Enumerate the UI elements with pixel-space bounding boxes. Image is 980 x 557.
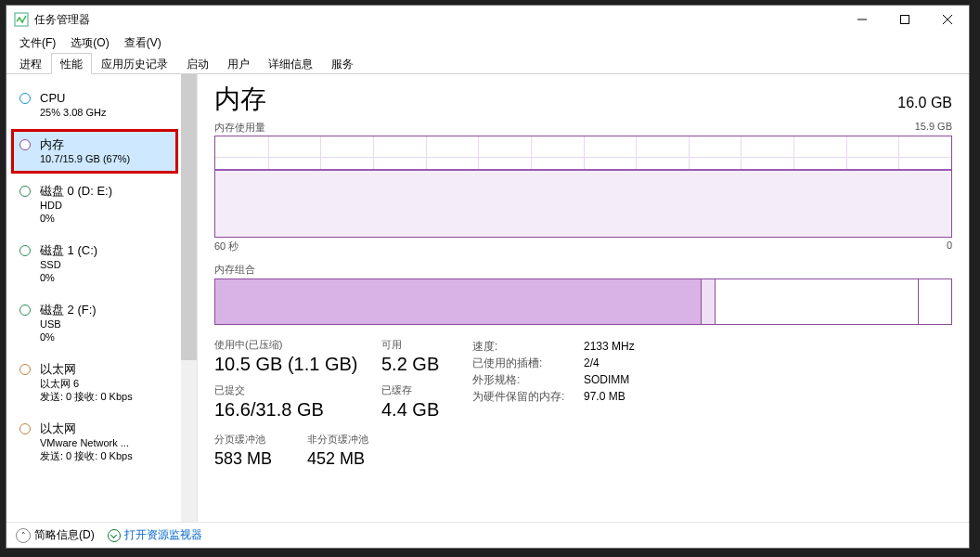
composition-segment-free <box>919 279 951 324</box>
menubar: 文件(F) 选项(O) 查看(V) <box>6 33 969 52</box>
chart-usage-caption: 内存使用量 <box>214 121 265 135</box>
sidebar-item-sub2: 发送: 0 接收: 0 Kbps <box>40 449 133 462</box>
sidebar-item-sub: SSD <box>40 258 97 271</box>
memory-panel: 内存 16.0 GB 内存使用量 15.9 GB 60 秒 0 内存组合 使用中… <box>198 74 969 522</box>
menu-view[interactable]: 查看(V) <box>119 34 167 52</box>
total-memory: 16.0 GB <box>897 95 952 111</box>
resource-monitor-icon <box>108 529 121 542</box>
resource-monitor-label: 打开资源监视器 <box>124 527 202 543</box>
chart-x-right: 0 <box>947 240 952 253</box>
sidebar-item-name: 内存 <box>40 137 130 152</box>
memory-usage-chart <box>214 136 952 238</box>
tab-details[interactable]: 详细信息 <box>259 53 322 74</box>
sidebar-item-sub2: 发送: 0 接收: 0 Kbps <box>40 390 133 403</box>
sidebar-item-sub: VMware Network ... <box>40 436 133 449</box>
committed-value: 16.6/31.8 GB <box>214 397 381 421</box>
sidebar-item-sub: USB <box>40 317 97 330</box>
sidebar-item-name: 以太网 <box>40 362 133 377</box>
resource-indicator-icon <box>19 364 31 375</box>
sidebar-item-sub2: 0% <box>40 271 97 284</box>
task-manager-window: 任务管理器 文件(F) 选项(O) 查看(V) 进程 性能 应用历史记录 启动 … <box>6 5 970 549</box>
sidebar-item-sub2: 0% <box>40 212 112 225</box>
tab-app-history[interactable]: 应用历史记录 <box>92 53 177 74</box>
menu-options[interactable]: 选项(O) <box>65 34 114 52</box>
sidebar-item-name: 磁盘 2 (F:) <box>40 303 97 317</box>
chart-x-left: 60 秒 <box>214 240 239 253</box>
composition-segment-in_use <box>215 279 702 324</box>
sidebar-item-name: CPU <box>40 91 107 106</box>
sidebar-scrollbar[interactable] <box>181 74 197 522</box>
resource-indicator-icon <box>19 139 31 150</box>
composition-caption: 内存组合 <box>214 263 952 277</box>
sidebar-item-name: 磁盘 0 (D: E:) <box>40 184 112 199</box>
sidebar-item-sub: 以太网 6 <box>40 377 133 390</box>
sidebar-item-5[interactable]: 以太网以太网 6发送: 0 接收: 0 Kbps <box>12 355 177 410</box>
info-form-v: SODIMM <box>584 371 629 388</box>
info-speed-k: 速度: <box>472 338 584 355</box>
memory-info-table: 速度:2133 MHz 已使用的插槽:2/4 外形规格:SODIMM 为硬件保留… <box>472 338 635 405</box>
info-reserved-k: 为硬件保留的内存: <box>472 388 584 405</box>
cached-value: 4.4 GB <box>381 397 456 421</box>
memory-composition-chart <box>214 278 952 325</box>
resource-indicator-icon <box>19 245 31 256</box>
sidebar-item-2[interactable]: 磁盘 0 (D: E:)HDD0% <box>12 176 177 232</box>
info-slots-v: 2/4 <box>584 355 600 371</box>
menu-file[interactable]: 文件(F) <box>14 34 61 52</box>
panel-title: 内存 <box>214 82 266 117</box>
inuse-label: 使用中(已压缩) <box>214 338 381 352</box>
resource-indicator-icon <box>19 186 31 197</box>
info-slots-k: 已使用的插槽: <box>472 355 584 371</box>
resource-indicator-icon <box>19 93 31 104</box>
cached-label: 已缓存 <box>381 383 456 397</box>
sidebar-item-sub2: 0% <box>40 330 97 343</box>
fewer-details-label: 简略信息(D) <box>34 527 95 543</box>
info-reserved-v: 97.0 MB <box>584 388 625 405</box>
titlebar: 任务管理器 <box>6 6 969 33</box>
open-resource-monitor-link[interactable]: 打开资源监视器 <box>108 527 202 543</box>
maximize-button[interactable] <box>883 6 926 33</box>
sidebar-item-6[interactable]: 以太网VMware Network ...发送: 0 接收: 0 Kbps <box>12 414 177 470</box>
info-form-k: 外形规格: <box>472 371 584 388</box>
close-button[interactable] <box>926 6 969 33</box>
footer: ˄ 简略信息(D) 打开资源监视器 <box>6 522 969 548</box>
app-icon <box>14 12 29 27</box>
nonpaged-value: 452 MB <box>307 447 368 471</box>
window-title: 任务管理器 <box>34 12 90 28</box>
sidebar-item-name: 以太网 <box>40 421 133 436</box>
sidebar-item-sub: 10.7/15.9 GB (67%) <box>40 152 130 165</box>
tab-performance[interactable]: 性能 <box>51 53 92 74</box>
composition-segment-modified <box>702 279 716 324</box>
minimize-button[interactable] <box>841 6 883 33</box>
tab-processes[interactable]: 进程 <box>10 53 51 74</box>
resource-indicator-icon <box>19 423 31 434</box>
paged-label: 分页缓冲池 <box>214 433 307 447</box>
sidebar-item-1[interactable]: 内存10.7/15.9 GB (67%) <box>12 130 177 173</box>
sidebar-item-0[interactable]: CPU25% 3.08 GHz <box>12 84 177 126</box>
paged-value: 583 MB <box>214 447 307 471</box>
available-value: 5.2 GB <box>381 352 456 376</box>
chart-usage-max: 15.9 GB <box>915 121 952 135</box>
sidebar-scrollbar-thumb[interactable] <box>181 74 197 360</box>
sidebar-item-sub: 25% 3.08 GHz <box>40 106 107 119</box>
sidebar-item-name: 磁盘 1 (C:) <box>40 243 97 258</box>
resource-indicator-icon <box>19 304 31 316</box>
sidebar-item-sub: HDD <box>40 199 112 212</box>
composition-segment-standby <box>716 279 919 324</box>
available-label: 可用 <box>381 338 456 352</box>
sidebar-item-4[interactable]: 磁盘 2 (F:)USB0% <box>12 295 177 351</box>
info-speed-v: 2133 MHz <box>584 338 635 355</box>
tab-users[interactable]: 用户 <box>218 53 259 74</box>
performance-sidebar: CPU25% 3.08 GHz内存10.7/15.9 GB (67%)磁盘 0 … <box>6 74 198 522</box>
fewer-details-toggle[interactable]: ˄ 简略信息(D) <box>16 527 95 543</box>
tabstrip: 进程 性能 应用历史记录 启动 用户 详细信息 服务 <box>6 52 969 74</box>
sidebar-item-3[interactable]: 磁盘 1 (C:)SSD0% <box>12 236 177 291</box>
svg-rect-2 <box>901 16 909 24</box>
tab-services[interactable]: 服务 <box>322 53 363 74</box>
tab-startup[interactable]: 启动 <box>177 53 218 74</box>
inuse-value: 10.5 GB (1.1 GB) <box>214 352 381 376</box>
chevron-up-icon: ˄ <box>16 528 31 543</box>
nonpaged-label: 非分页缓冲池 <box>307 433 368 447</box>
committed-label: 已提交 <box>214 383 381 397</box>
